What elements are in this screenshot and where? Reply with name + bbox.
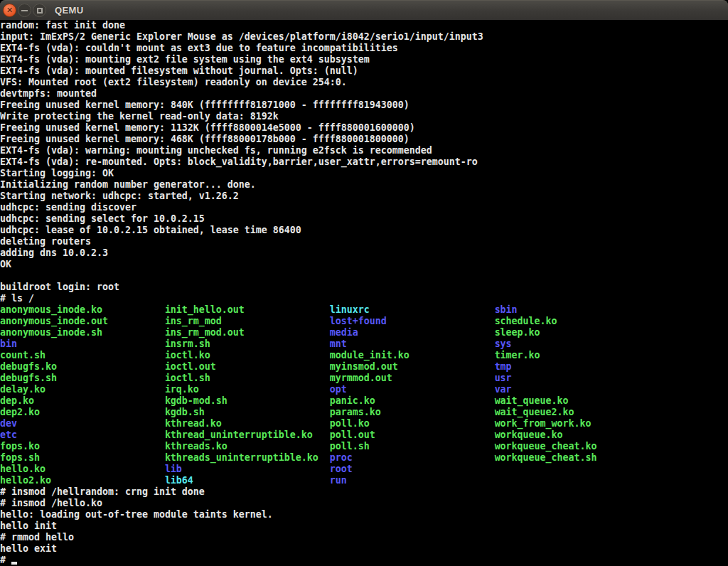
- console-line: Freeing unused kernel memory: 468K (ffff…: [0, 134, 728, 145]
- ls-entry-file: workqueue.ko: [495, 429, 563, 440]
- ls-row: anonymous_inode.shins_rm_mod.outmediasle…: [0, 327, 728, 338]
- ls-entry-file: module_init.ko: [330, 350, 495, 361]
- ls-row: fops.kokthreads.kopoll.shworkqueue_cheat…: [0, 441, 728, 452]
- ls-entry-file: hello2.ko: [0, 475, 165, 486]
- ls-entry-dir: opt: [330, 384, 495, 395]
- ls-entry-file: ioctl.sh: [165, 373, 330, 384]
- ls-entry-file: myrmmod.out: [330, 373, 495, 384]
- console-line: EXT4-fs (vda): warning: mounting uncheck…: [0, 145, 728, 156]
- console-line: hello: loading out-of-tree module taints…: [0, 509, 728, 520]
- console-line: # insmod /hello.ko: [0, 498, 728, 509]
- ls-entry-file: irq.ko: [165, 384, 330, 395]
- ls-entry-file: kthreads_uninterruptible.ko: [165, 452, 330, 464]
- console-line: Freeing unused kernel memory: 1132K (fff…: [0, 122, 728, 134]
- console-line: EXT4-fs (vda): mounting ext2 file system…: [0, 54, 728, 65]
- ls-entry-dir: sbin: [495, 304, 518, 315]
- ls-entry-file: hello.ko: [0, 464, 165, 475]
- ls-entry-dir: dev: [0, 418, 165, 429]
- console-line: udhcpc: sending discover: [0, 202, 728, 213]
- ls-entry-file: ioctl.ko: [165, 350, 330, 361]
- ls-entry-file: anonymous_inode.sh: [0, 327, 165, 338]
- console-line: Write protecting the kernel read-only da…: [0, 111, 728, 122]
- ls-entry-file: panic.ko: [330, 395, 495, 407]
- ls-entry-dir: usr: [495, 373, 512, 383]
- ls-entry-file: insrm.sh: [165, 338, 330, 350]
- ls-entry-file: poll.out: [330, 429, 495, 441]
- console-line: # insmod /hellrandom: crng init done: [0, 486, 728, 498]
- ls-entry-file: workqueue_cheat.sh: [495, 452, 597, 463]
- qemu-window: ✕ QEMU random: fast init doneinput: ImEx…: [0, 0, 728, 566]
- ls-entry-symlink: lib64: [165, 475, 330, 486]
- ls-entry-file: kthread_uninterruptible.ko: [165, 429, 330, 441]
- prompt-line: #: [0, 555, 728, 566]
- ls-row: hello2.kolib64run: [0, 475, 728, 486]
- close-button[interactable]: ✕: [3, 4, 16, 17]
- console-line: EXT4-fs (vda): re-mounted. Opts: block_v…: [0, 156, 728, 168]
- ls-entry-file: ins_rm_mod.out: [165, 327, 330, 338]
- cursor: [11, 562, 17, 565]
- ls-entry-dir: run: [330, 475, 347, 486]
- ls-entry-file: init_hello.out: [165, 304, 330, 316]
- titlebar[interactable]: ✕ QEMU: [0, 0, 728, 20]
- console-line: EXT4-fs (vda): couldn't mount as ext3 du…: [0, 43, 728, 54]
- console-line: hello exit: [0, 543, 728, 555]
- console-line: Starting network: udhcpc: started, v1.26…: [0, 191, 728, 202]
- console-line: udhcpc: lease of 10.0.2.15 obtained, lea…: [0, 225, 728, 236]
- maximize-icon: [37, 8, 43, 14]
- ls-entry-dir: bin: [0, 338, 165, 350]
- ls-row: anonymous_inode.koinit_hello.outlinuxrcs…: [0, 304, 728, 316]
- console-line: EXT4-fs (vda): mounted filesystem withou…: [0, 65, 728, 77]
- console-line: Initializing random number generator... …: [0, 179, 728, 191]
- console-line: # ls /: [0, 293, 728, 304]
- ls-entry-file: work_from_work.ko: [495, 418, 592, 429]
- ls-entry-file: anonymous_inode.ko: [0, 304, 165, 316]
- console-line: devtmpfs: mounted: [0, 88, 728, 100]
- ls-entry-file: anonymous_inode.out: [0, 316, 165, 327]
- ls-row: count.shioctl.komodule_init.kotimer.ko: [0, 350, 728, 361]
- ls-entry-file: kthread.ko: [165, 418, 330, 429]
- ls-row: hello.kolibroot: [0, 464, 728, 475]
- minimize-icon: [21, 10, 28, 11]
- ls-row: dep.kokgdb-mod.shpanic.kowait_queue.ko: [0, 395, 728, 407]
- ls-entry-dir: sys: [495, 338, 512, 349]
- ls-row: dep2.kokgdb.shparams.kowait_queue2.ko: [0, 407, 728, 418]
- maximize-button[interactable]: [33, 4, 46, 17]
- ls-entry-file: dep2.ko: [0, 407, 165, 418]
- shell-prompt: #: [0, 555, 11, 565]
- ls-row: bininsrm.shmntsys: [0, 338, 728, 350]
- ls-entry-file: params.ko: [330, 407, 495, 418]
- ls-entry-file: ins_rm_mod: [165, 316, 330, 327]
- ls-entry-dir: root: [330, 464, 353, 474]
- ls-entry-dir: lost+found: [330, 316, 495, 327]
- console-line: input: ImExPS/2 Generic Explorer Mouse a…: [0, 31, 728, 43]
- ls-entry-dir: media: [330, 327, 495, 338]
- console-line: hello init: [0, 520, 728, 532]
- ls-entry-dir: proc: [330, 452, 495, 464]
- ls-entry-file: dep.ko: [0, 395, 165, 407]
- window-title: QEMU: [55, 6, 84, 15]
- console-line: # rmmod hello: [0, 532, 728, 543]
- ls-entry-symlink: linuxrc: [330, 304, 495, 316]
- ls-row: devkthread.kopoll.kowork_from_work.ko: [0, 418, 728, 429]
- ls-entry-file: fops.sh: [0, 452, 165, 464]
- ls-entry-file: poll.sh: [330, 441, 495, 452]
- terminal-screen[interactable]: random: fast init doneinput: ImExPS/2 Ge…: [0, 20, 728, 566]
- ls-entry-file: debugfs.sh: [0, 373, 165, 384]
- ls-entry-file: kgdb-mod.sh: [165, 395, 330, 407]
- ls-entry-file: kgdb.sh: [165, 407, 330, 418]
- ls-entry-dir: lib: [165, 464, 330, 475]
- ls-row: fops.shkthreads_uninterruptible.koprocwo…: [0, 452, 728, 464]
- ls-entry-dir: var: [495, 384, 512, 395]
- ls-entry-dir: mnt: [330, 338, 495, 350]
- ls-entry-file: workqueue_cheat.ko: [495, 441, 597, 452]
- ls-entry-file: delay.ko: [0, 384, 165, 395]
- console-line: Freeing unused kernel memory: 840K (ffff…: [0, 100, 728, 111]
- ls-entry-file: ioctl.out: [165, 361, 330, 373]
- ls-entry-file: fops.ko: [0, 441, 165, 452]
- ls-entry-file: schedule.ko: [495, 316, 557, 326]
- ls-entry-file: poll.ko: [330, 418, 495, 429]
- minimize-button[interactable]: [18, 4, 31, 17]
- console-line: Starting logging: OK: [0, 168, 728, 179]
- ls-row: anonymous_inode.outins_rm_modlost+founds…: [0, 316, 728, 327]
- ls-row: delay.koirq.kooptvar: [0, 384, 728, 395]
